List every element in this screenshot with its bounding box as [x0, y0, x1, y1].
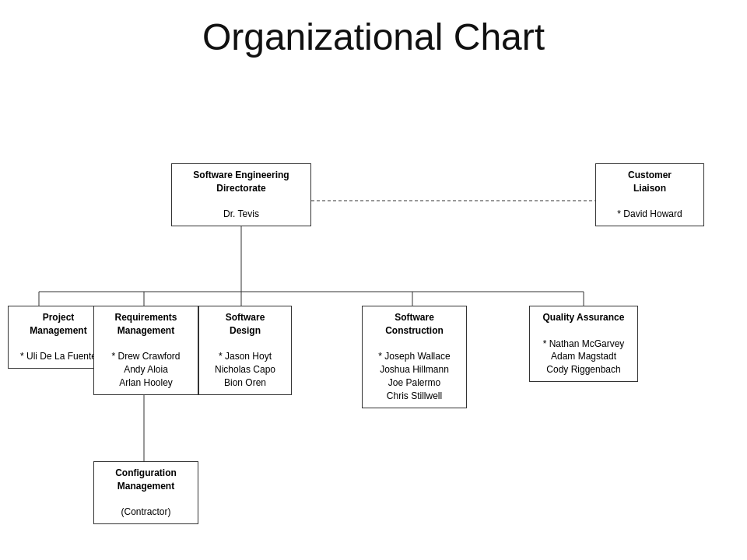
org-chart: Software EngineeringDirectorate Dr. Tevi… [0, 74, 747, 556]
box-qa-names: * Nathan McGarveyAdam MagstadtCody Rigge… [536, 324, 631, 376]
box-requirements-management: RequirementsManagement * Drew CrawfordAn… [93, 306, 198, 395]
box-configuration-management: ConfigurationManagement (Contractor) [93, 461, 198, 524]
box-rm-names: * Drew CrawfordAndy AloiaArlan Hooley [100, 338, 191, 390]
box-liaison-title: CustomerLiaison [602, 169, 697, 195]
box-pm-names: * Uli De La Fuente [15, 338, 102, 364]
box-directorate-names: Dr. Tevis [178, 195, 304, 222]
box-qa-title: Quality Assurance [536, 311, 631, 324]
box-liaison-names: * David Howard [602, 195, 697, 222]
page-title: Organizational Chart [0, 0, 747, 74]
box-software-construction: SoftwareConstruction * Joseph WallaceJos… [362, 306, 467, 408]
box-rm-title: RequirementsManagement [100, 311, 191, 338]
box-quality-assurance: Quality Assurance * Nathan McGarveyAdam … [529, 306, 638, 382]
box-cm-names: (Contractor) [100, 493, 191, 520]
box-sd-names: * Jason HoytNicholas CapoBion Oren [205, 338, 285, 390]
box-software-design: SoftwareDesign * Jason HoytNicholas Capo… [198, 306, 292, 395]
box-customer-liaison: CustomerLiaison * David Howard [595, 163, 704, 226]
box-cm-title: ConfigurationManagement [100, 467, 191, 493]
box-sc-names: * Joseph WallaceJoshua HillmannJoe Paler… [369, 338, 460, 403]
box-pm-title: ProjectManagement [15, 311, 102, 338]
box-sd-title: SoftwareDesign [205, 311, 285, 338]
box-directorate: Software EngineeringDirectorate Dr. Tevi… [171, 163, 311, 226]
box-sc-title: SoftwareConstruction [369, 311, 460, 338]
box-directorate-title: Software EngineeringDirectorate [178, 169, 304, 195]
